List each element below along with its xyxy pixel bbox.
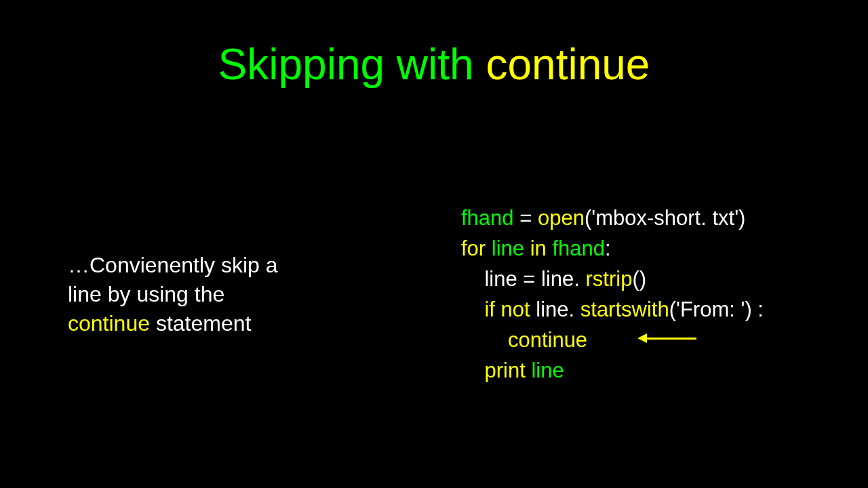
arrow-left-icon — [637, 333, 698, 343]
code-kw-print: print — [484, 359, 531, 382]
code-kw-continue: continue — [508, 328, 587, 352]
code-kw-for: for — [461, 237, 492, 260]
code-fn-open: open — [538, 206, 585, 230]
body-continue-keyword: continue — [68, 311, 150, 336]
title-part1: Skipping with — [218, 40, 474, 89]
body-line1: …Convienently skip a — [68, 253, 277, 277]
body-text: …Convienently skip a line by using the c… — [68, 251, 359, 339]
code-fn-startswith: startswith — [580, 298, 669, 321]
slide-title: Skipping with continue — [0, 41, 868, 88]
body-line2: line by using the — [68, 282, 224, 306]
title-part2: continue — [486, 40, 650, 89]
code-var-fhand: fhand — [461, 206, 514, 230]
code-block: fhand = open('mbox-short. txt') for line… — [461, 203, 764, 386]
body-line3-rest: statement — [150, 311, 251, 336]
code-fn-rstrip: rstrip — [586, 267, 633, 291]
code-kw-in: in — [530, 237, 553, 260]
code-kw-if-not: if not — [484, 298, 536, 321]
